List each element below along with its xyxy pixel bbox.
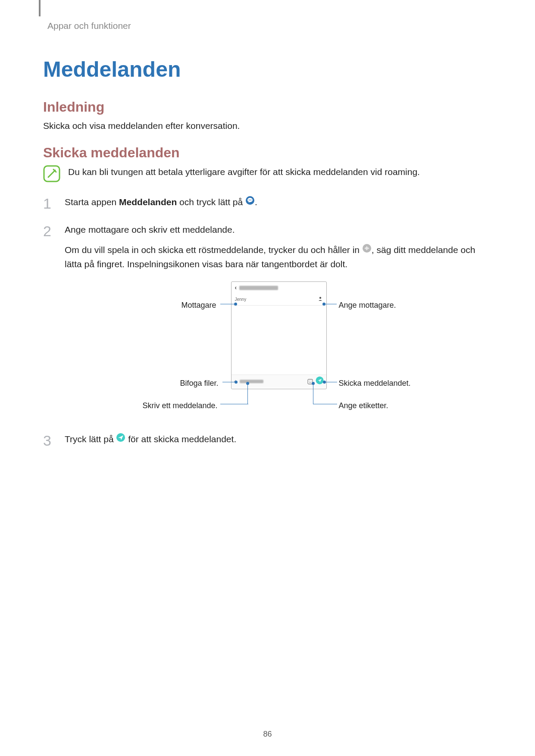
phone-frame: ‹ Jenny +: [231, 281, 327, 389]
section-heading-send: Skicka meddelanden: [43, 145, 492, 161]
step-2: Ange mottagare och skriv ett meddelande.…: [43, 223, 492, 419]
message-diagram: ‹ Jenny +: [119, 281, 438, 419]
sticker-icon: [307, 375, 313, 388]
svg-point-4: [250, 200, 250, 200]
section-heading-intro: Inledning: [43, 99, 492, 115]
step2-line1: Ange mottagare och skriv ett meddelande.: [65, 223, 492, 237]
step3-pre: Tryck lätt på: [65, 434, 116, 444]
compose-icon: [245, 195, 255, 209]
note-row: Du kan bli tvungen att betala ytterligar…: [43, 165, 492, 182]
callout-joint: [322, 303, 325, 306]
step-3: Tryck lätt på för att skicka meddelandet…: [43, 432, 492, 447]
callout-joint: [235, 381, 238, 384]
callout-joint: [323, 381, 326, 384]
phone-titlebar: ‹: [232, 282, 326, 294]
callout-joint: [234, 303, 237, 306]
callout-joint: [312, 382, 315, 385]
callout-line: [222, 382, 235, 383]
contact-icon: [318, 296, 323, 303]
callout-attach: Bifoga filer.: [180, 378, 219, 389]
callout-joint: [246, 382, 249, 385]
svg-rect-11: [368, 248, 369, 249]
phone-body: [232, 306, 326, 375]
callout-line: [313, 404, 337, 405]
svg-point-5: [251, 200, 252, 200]
send-icon: [116, 432, 125, 446]
breadcrumb: Appar och funktioner: [47, 21, 492, 31]
step1-end: .: [255, 197, 257, 207]
step1-post: och tryck lätt på: [177, 197, 245, 207]
callout-line: [325, 304, 337, 305]
intro-text: Skicka och visa meddelanden efter konver…: [43, 119, 492, 132]
page-title: Meddelanden: [43, 57, 492, 82]
recipient-name: Jenny: [235, 296, 247, 303]
callout-add-recipient: Ange mottagare.: [339, 300, 396, 311]
step3-post: för att skicka meddelandet.: [125, 434, 236, 444]
callout-labels: Ange etiketter.: [339, 400, 388, 412]
callout-write: Skriv ett meddelande.: [143, 400, 218, 412]
callout-line: [220, 304, 235, 305]
back-icon: ‹: [235, 283, 237, 292]
header-tab: [39, 0, 41, 16]
step-1: Starta appen Meddelanden och tryck lätt …: [43, 195, 492, 209]
phone-recipient-row: Jenny: [232, 294, 326, 306]
svg-rect-7: [365, 248, 365, 249]
page-number: 86: [0, 730, 535, 739]
step2-line2-pre: Om du vill spela in och skicka ett röstm…: [65, 245, 362, 255]
svg-point-12: [319, 297, 321, 299]
svg-rect-8: [366, 247, 366, 249]
callout-send: Skicka meddelandet.: [339, 378, 411, 389]
voice-icon: [362, 243, 372, 257]
svg-point-3: [249, 200, 250, 200]
callout-line: [325, 382, 337, 383]
svg-point-14: [309, 381, 310, 381]
title-blur: [239, 286, 278, 290]
callout-line: [220, 404, 248, 405]
note-text: Du kan bli tvungen att betala ytterligar…: [68, 165, 420, 179]
send-button-phone: [316, 375, 324, 388]
step1-app-name: Meddelanden: [119, 197, 177, 207]
svg-point-15: [310, 381, 311, 381]
phone-input-bar: +: [232, 375, 326, 388]
callout-recipient: Mottagare: [181, 300, 216, 311]
svg-rect-9: [366, 246, 367, 250]
svg-rect-10: [367, 247, 368, 249]
note-icon: [43, 165, 60, 182]
msg-blur: [240, 380, 263, 383]
callout-line: [247, 384, 248, 404]
callout-line: [313, 384, 314, 404]
step1-pre: Starta appen: [65, 197, 119, 207]
